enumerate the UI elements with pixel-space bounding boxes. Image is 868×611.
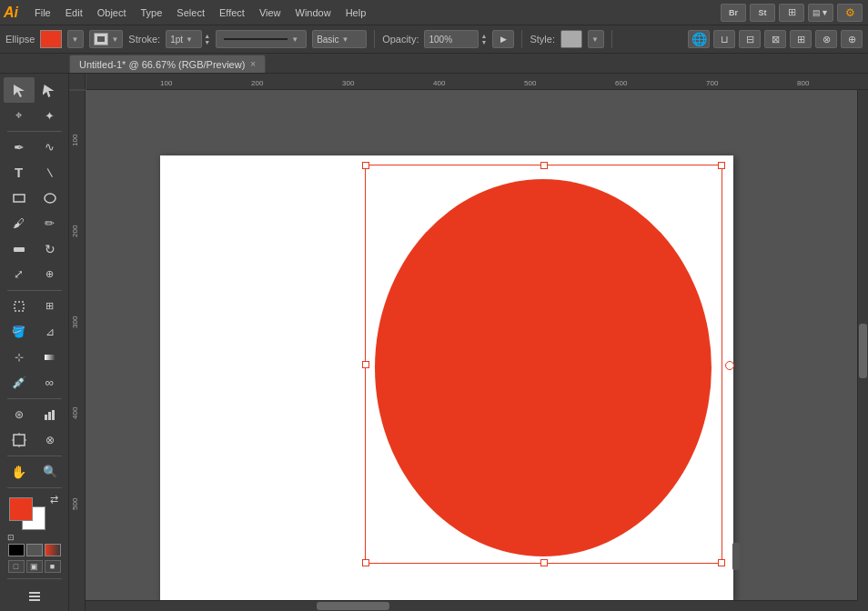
ellipse-shape[interactable] — [375, 179, 712, 556]
line-segment-tool[interactable]: / — [35, 160, 66, 185]
svg-rect-8 — [48, 412, 51, 420]
transform-icon-btn[interactable]: ⊗ — [815, 30, 837, 48]
live-paint-tool[interactable]: 🪣 — [4, 319, 35, 345]
menu-select[interactable]: Select — [169, 4, 212, 22]
menu-object[interactable]: Object — [90, 4, 134, 22]
eraser-tool[interactable] — [4, 236, 35, 262]
hand-tool[interactable]: ✋ — [4, 459, 35, 485]
main-area: ⌖ ✦ ✒ ∿ T / — [0, 74, 868, 611]
handle-tr[interactable] — [718, 162, 725, 169]
workspace-icon-btn[interactable]: ⊞ — [779, 4, 804, 22]
type-tool[interactable]: T — [4, 160, 35, 185]
fill-none-btn[interactable] — [26, 544, 43, 556]
selection-tool[interactable] — [4, 77, 35, 103]
scrollbar-horizontal[interactable] — [86, 600, 857, 611]
scrollbar-h-thumb[interactable] — [317, 602, 389, 610]
curvature-tool[interactable]: ∿ — [35, 135, 66, 160]
stroke-label: Stroke: — [128, 34, 160, 45]
artboard-tool[interactable] — [4, 427, 35, 453]
stroke-weight-dropdown[interactable]: 1pt ▼ — [166, 30, 202, 48]
fill-black-btn[interactable] — [8, 544, 25, 556]
opacity-up-arrow[interactable]: ▲ — [480, 33, 487, 39]
ellipse-tool[interactable] — [35, 185, 66, 211]
handle-br[interactable] — [718, 559, 725, 566]
style-dropdown[interactable]: ▼ — [588, 30, 604, 48]
screen-mode-1-btn[interactable]: □ — [8, 560, 25, 573]
handle-bl[interactable] — [362, 559, 369, 566]
fill-dropdown[interactable]: ▼ — [67, 30, 84, 48]
canvas-area[interactable]: 100 200 300 400 500 600 700 800 100 200 … — [69, 74, 868, 611]
eyedropper-tool[interactable]: 💉 — [4, 370, 35, 396]
distribute-icon-btn[interactable]: ⊠ — [764, 30, 786, 48]
free-transform-tool[interactable] — [4, 294, 35, 319]
handle-bc[interactable] — [540, 559, 548, 566]
scale-tool[interactable]: ⤢ — [4, 262, 35, 287]
scrollbar-v-thumb[interactable] — [859, 324, 867, 378]
rotate-tool[interactable]: ↻ — [35, 236, 66, 262]
variable-width-dropdown[interactable]: Basic ▼ — [312, 30, 367, 48]
swap-colors-btn[interactable]: ⇄ — [50, 494, 58, 506]
paintbrush-tool[interactable]: 🖌 — [4, 211, 35, 236]
stroke-preview[interactable]: ▼ — [216, 30, 307, 48]
puppet-warp-tool[interactable]: ⊕ — [35, 262, 66, 287]
menu-window[interactable]: Window — [288, 4, 338, 22]
fill-grad-btn[interactable] — [45, 544, 61, 556]
opacity-value: 100% — [429, 35, 452, 45]
lasso-tool[interactable]: ⌖ — [4, 103, 35, 128]
rectangle-tool[interactable] — [4, 185, 35, 211]
handle-ml[interactable] — [362, 361, 369, 368]
opacity-down-arrow[interactable]: ▼ — [480, 39, 487, 45]
clipping-icon-btn[interactable]: ⊕ — [841, 30, 863, 48]
pencil-tool[interactable]: ✏ — [35, 211, 66, 236]
svg-rect-2 — [14, 195, 25, 202]
gradient-tool[interactable] — [35, 345, 66, 370]
stroke-color-dropdown[interactable]: ▼ — [89, 30, 123, 48]
slice-tool[interactable]: ⊗ — [35, 427, 66, 453]
mesh-tool[interactable]: ⊹ — [4, 345, 35, 370]
column-graph-tool[interactable] — [35, 402, 66, 427]
doc-tab-active[interactable]: Untitled-1* @ 66.67% (RGB/Preview) × — [69, 55, 266, 73]
arrange-icon-btn[interactable]: ⊔ — [713, 30, 735, 48]
stroke-down-arrow[interactable]: ▼ — [204, 39, 210, 45]
opacity-more-btn[interactable]: ▶ — [492, 30, 514, 48]
default-colors-btn[interactable]: ⊡ — [7, 533, 15, 542]
scrollbar-vertical[interactable] — [857, 90, 868, 611]
blend-tool[interactable]: ∞ — [35, 370, 66, 396]
menu-effect[interactable]: Effect — [212, 4, 252, 22]
recolor-icon-btn[interactable]: 🌐 — [688, 30, 710, 48]
opacity-input[interactable]: 100% — [424, 30, 479, 48]
stroke-weight-value: 1pt — [170, 35, 183, 45]
doc-tab-close[interactable]: × — [250, 59, 256, 69]
direct-selection-tool[interactable] — [35, 77, 66, 103]
align-icon-btn[interactable]: ⊟ — [739, 30, 761, 48]
handle-tl[interactable] — [362, 162, 369, 169]
variable-width-arrow: ▼ — [342, 35, 349, 44]
magic-wand-tool[interactable]: ✦ — [35, 103, 66, 128]
tool-divider-1 — [7, 131, 62, 132]
edit-toolbar-btn[interactable] — [19, 586, 50, 607]
ruler-top: 100 200 300 400 500 600 700 800 — [69, 74, 868, 90]
screen-mode-2-btn[interactable]: ▣ — [26, 560, 43, 573]
tool-row-selection — [0, 77, 68, 103]
perspective-grid-tool[interactable]: ⊿ — [35, 319, 66, 345]
ai-sync-btn[interactable]: ⚙ — [837, 4, 863, 22]
fg-color-swatch[interactable] — [9, 497, 33, 521]
handle-tc[interactable] — [540, 162, 548, 169]
menu-type[interactable]: Type — [134, 4, 170, 22]
style-swatch[interactable] — [560, 30, 582, 48]
shape-builder-tool[interactable]: ⊞ — [35, 294, 66, 319]
fill-swatch[interactable] — [40, 30, 62, 48]
menu-file[interactable]: File — [27, 4, 58, 22]
pathfinder-icon-btn[interactable]: ⊞ — [790, 30, 812, 48]
menu-view[interactable]: View — [252, 4, 288, 22]
workspace-arrange-btn[interactable]: ▤▼ — [808, 4, 833, 22]
screen-mode-3-btn[interactable]: ■ — [45, 560, 61, 573]
zoom-tool[interactable]: 🔍 — [35, 459, 66, 485]
menu-help[interactable]: Help — [338, 4, 374, 22]
pen-tool[interactable]: ✒ — [4, 135, 35, 160]
menu-edit[interactable]: Edit — [58, 4, 90, 22]
bridge-icon-btn[interactable]: Br — [721, 4, 746, 22]
symbol-sprayer-tool[interactable]: ⊛ — [4, 402, 35, 427]
stroke-up-arrow[interactable]: ▲ — [204, 33, 210, 39]
stock-icon-btn[interactable]: St — [750, 4, 775, 22]
